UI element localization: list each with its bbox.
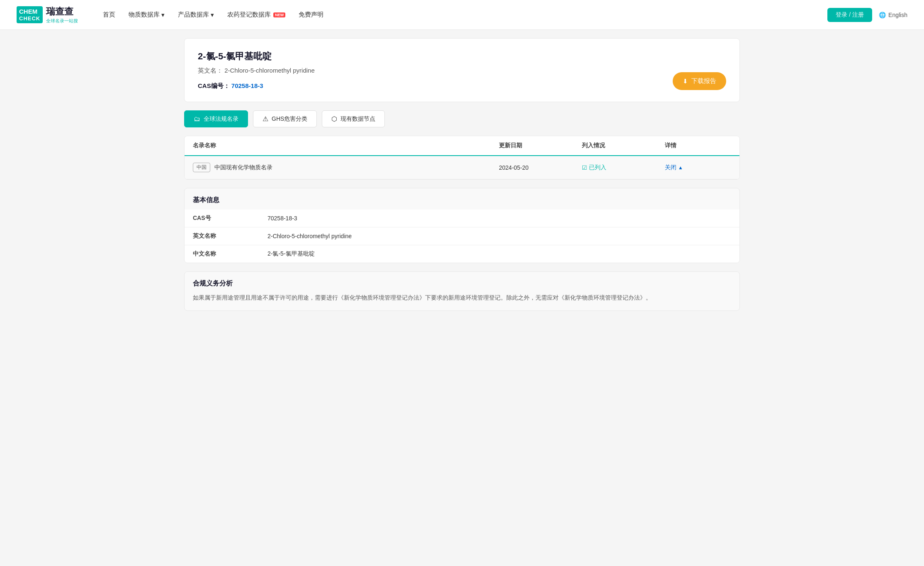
compound-card: 2-氯-5-氯甲基吡啶 英文名： 2-Chloro-5-chloromethyl… (184, 38, 740, 102)
cas-label-cell: CAS号 (185, 210, 259, 227)
header: CHEM CHECK 瑞查查 全球名录一站搜 首页 物质数据库 ▾ 产品数据库 … (0, 0, 924, 30)
tab-global-registry[interactable]: 🗂 全球法规名录 (184, 110, 248, 127)
table-header: 名录名称 更新日期 列入情况 详情 (185, 136, 739, 156)
logo-text: 瑞查查 全球名录一站搜 (46, 5, 78, 24)
nav-product-db[interactable]: 产品数据库 ▾ (178, 11, 214, 19)
col-date: 更新日期 (499, 142, 582, 149)
main-nav: 首页 物质数据库 ▾ 产品数据库 ▾ 农药登记数据库 NEW 免费声明 (103, 11, 827, 19)
main-content: 2-氯-5-氯甲基吡啶 英文名： 2-Chloro-5-chloromethyl… (176, 30, 748, 319)
name-en-label: 英文名： (198, 67, 223, 74)
chevron-down-icon: ▾ (211, 11, 214, 19)
en-name-value-cell: 2-Chloro-5-chloromethyl pyridine (259, 227, 739, 245)
close-detail-button[interactable]: 关闭 ▲ (665, 164, 731, 171)
chevron-up-icon: ▲ (678, 165, 683, 171)
login-button[interactable]: 登录 / 注册 (827, 8, 872, 22)
table-row: 中国 中国现有化学物质名录 2024-05-20 ☑ 已列入 关闭 ▲ (185, 156, 739, 179)
chevron-down-icon: ▾ (161, 11, 165, 19)
globe-icon: 🌐 (879, 12, 886, 18)
tab-ghs[interactable]: ⚠ GHS危害分类 (253, 110, 317, 127)
info-row-zh-name: 中文名称 2-氯-5-氯甲基吡啶 (185, 245, 739, 263)
download-icon: ⬇ (683, 78, 688, 85)
logo-chem: CHEM (19, 8, 40, 15)
download-report-button[interactable]: ⬇ 下载报告 (673, 72, 726, 90)
zh-name-label-cell: 中文名称 (185, 245, 259, 263)
en-name-label-cell: 英文名称 (185, 227, 259, 245)
compound-name-zh: 2-氯-5-氯甲基吡啶 (198, 50, 726, 63)
logo-check: CHECK (19, 15, 40, 22)
zh-name-value-cell: 2-氯-5-氯甲基吡啶 (259, 245, 739, 263)
col-status: 列入情况 (582, 142, 665, 149)
cas-value-cell: 70258-18-3 (259, 210, 739, 227)
name-en-value: 2-Chloro-5-chloromethyl pyridine (224, 67, 315, 74)
nav-home[interactable]: 首页 (103, 11, 115, 19)
nav-pesticide-db[interactable]: 农药登记数据库 NEW (227, 11, 285, 19)
check-icon: ☑ (582, 164, 587, 171)
col-detail: 详情 (665, 142, 731, 149)
logo[interactable]: CHEM CHECK 瑞查查 全球名录一站搜 (17, 5, 78, 24)
nav-disclaimer[interactable]: 免费声明 (299, 11, 323, 19)
ghs-icon: ⚠ (263, 115, 268, 123)
update-date: 2024-05-20 (499, 164, 582, 171)
header-right: 登录 / 注册 🌐 English (827, 8, 907, 22)
compliance-text: 如果属于新用途管理且用途不属于许可的用途，需要进行《新化学物质环境管理登记办法》… (193, 293, 731, 303)
col-name: 名录名称 (193, 142, 499, 149)
logo-main-text: 瑞查查 (46, 5, 78, 18)
logo-box: CHEM CHECK (17, 6, 43, 24)
cas-row: CAS编号： 70258-18-3 (198, 82, 726, 90)
registry-name: 中国现有化学物质名录 (214, 164, 272, 171)
info-row-en-name: 英文名称 2-Chloro-5-chloromethyl pyridine (185, 227, 739, 245)
cas-label: CAS编号： (198, 82, 230, 89)
compound-name-en: 英文名： 2-Chloro-5-chloromethyl pyridine (198, 67, 726, 75)
cas-number[interactable]: 70258-18-3 (231, 82, 263, 89)
language-label: English (888, 12, 907, 18)
registry-icon: 🗂 (194, 115, 200, 123)
compliance-section: 合规义务分析 如果属于新用途管理且用途不属于许可的用途，需要进行《新化学物质环境… (184, 271, 740, 311)
basic-info-title: 基本信息 (185, 188, 739, 210)
basic-info-section: 基本信息 CAS号 70258-18-3 英文名称 2-Chloro-5-chl… (184, 188, 740, 263)
new-badge: NEW (273, 12, 285, 17)
listed-status: ☑ 已列入 (582, 164, 665, 171)
nodes-icon: ⬡ (331, 115, 337, 123)
compliance-title: 合规义务分析 (193, 279, 731, 288)
nav-substance-db[interactable]: 物质数据库 ▾ (129, 11, 165, 19)
language-switcher[interactable]: 🌐 English (879, 12, 907, 18)
tab-data-nodes[interactable]: ⬡ 现有数据节点 (322, 110, 385, 127)
registry-table: 名录名称 更新日期 列入情况 详情 中国 中国现有化学物质名录 2024-05-… (184, 136, 740, 180)
country-badge: 中国 (193, 163, 210, 172)
logo-sub-text: 全球名录一站搜 (46, 18, 78, 24)
info-row-cas: CAS号 70258-18-3 (185, 210, 739, 227)
basic-info-table: CAS号 70258-18-3 英文名称 2-Chloro-5-chlorome… (185, 210, 739, 263)
tabs: 🗂 全球法规名录 ⚠ GHS危害分类 ⬡ 现有数据节点 (184, 110, 740, 127)
row-name-cell: 中国 中国现有化学物质名录 (193, 163, 499, 172)
